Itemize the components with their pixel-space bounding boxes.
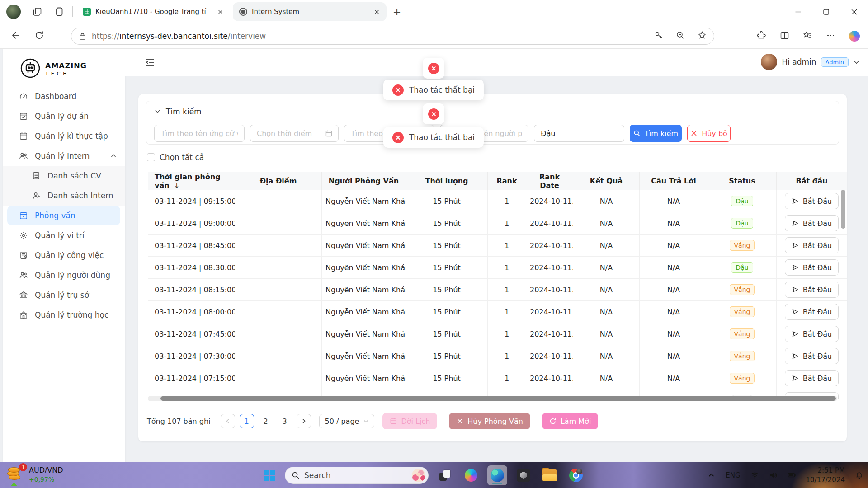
tab-close-icon[interactable] xyxy=(216,7,225,16)
column-header-time[interactable]: Thời gian phỏng vấn ↓ xyxy=(148,172,235,190)
start-button[interactable] xyxy=(260,466,278,484)
table-row[interactable]: 03-11-2024 | 08:30:00Nguyễn Viết Nam Khá… xyxy=(148,257,847,279)
wifi-icon[interactable] xyxy=(750,471,759,479)
workspaces-icon[interactable] xyxy=(33,7,42,17)
window-maximize-button[interactable] xyxy=(812,0,840,23)
cell-status: Vắng xyxy=(708,301,777,323)
sidebar-item-positions[interactable]: Quản lý vị trí xyxy=(3,225,125,245)
search-panel-header[interactable]: Tìm kiếm xyxy=(146,101,839,122)
menu-fold-icon[interactable] xyxy=(145,57,156,70)
folder-icon xyxy=(542,469,557,481)
collections-icon[interactable] xyxy=(803,31,812,42)
start-interview-button[interactable]: Bắt Đầu xyxy=(785,348,839,364)
start-interview-button[interactable]: Bắt Đầu xyxy=(785,259,839,276)
language-indicator[interactable]: ENG xyxy=(726,471,740,479)
sidebar-item-users[interactable]: Quản lý người dùng xyxy=(3,265,125,285)
sidebar-item-schools[interactable]: Quản lý trường học xyxy=(3,305,125,325)
sidebar-item-offices[interactable]: Quản lý trụ sở xyxy=(3,285,125,305)
copilot-icon[interactable] xyxy=(849,31,860,42)
sidebar-item-internship-terms[interactable]: Quản lý kì thực tập xyxy=(3,126,125,146)
start-interview-button[interactable]: Bắt Đầu xyxy=(785,304,839,320)
table-row[interactable]: 03-11-2024 | 07:30:00Nguyễn Viết Nam Khá… xyxy=(148,345,847,367)
filter-result-input[interactable] xyxy=(540,129,618,138)
sidebar-item-jobs[interactable]: Quản lý công việc xyxy=(3,245,125,265)
more-options-icon[interactable] xyxy=(826,31,835,42)
start-interview-button[interactable]: Bắt Đầu xyxy=(785,370,839,386)
filter-time-picker[interactable] xyxy=(250,125,339,142)
browser-tab-intern[interactable]: Intern System xyxy=(233,2,387,21)
refresh-button[interactable] xyxy=(34,30,44,42)
page-3-button[interactable]: 3 xyxy=(278,414,292,428)
clock[interactable]: 2:51 PM 10/17/2024 xyxy=(806,466,845,484)
edge-button[interactable] xyxy=(487,465,507,485)
search-submit-button[interactable]: Tìm kiếm xyxy=(630,125,682,142)
start-interview-button[interactable]: Bắt Đầu xyxy=(785,282,839,298)
table-row[interactable]: 03-11-2024 | 08:45:00Nguyễn Viết Nam Khá… xyxy=(148,235,847,257)
browser-tab-sheets[interactable]: KieuOanh17/10 - Google Trang tí xyxy=(76,3,230,21)
cell-location xyxy=(235,212,322,235)
filter-candidate-name-input[interactable] xyxy=(160,129,239,138)
zoom-out-icon[interactable] xyxy=(676,31,685,42)
user-menu[interactable]: Hi admin Admin xyxy=(761,54,860,70)
window-minimize-button[interactable] xyxy=(784,0,812,23)
file-explorer-button[interactable] xyxy=(540,465,560,485)
page-1-button[interactable]: 1 xyxy=(240,414,254,428)
address-bar[interactable]: https://internsys-dev.bancantoi.site/int… xyxy=(71,28,714,45)
filter-time-picker-input[interactable] xyxy=(256,129,322,138)
taskbar-search[interactable]: Search xyxy=(285,467,429,484)
chrome-button[interactable] xyxy=(566,465,586,485)
table-row[interactable]: 03-11-2024 | 09:15:00Nguyễn Viết Nam Khá… xyxy=(148,190,847,212)
error-icon xyxy=(392,132,404,143)
sidebar-item-cv-list[interactable]: Danh sách CV xyxy=(3,166,125,186)
table-row[interactable]: 03-11-2024 | 09:00:00Nguyễn Viết Nam Khá… xyxy=(148,212,847,235)
password-icon[interactable] xyxy=(654,31,663,42)
copilot-button[interactable] xyxy=(461,465,481,485)
page-size-select[interactable]: 50 / page xyxy=(319,414,375,428)
back-button[interactable] xyxy=(10,30,20,42)
notification-bell-icon[interactable] xyxy=(855,471,863,479)
refresh-button[interactable]: Làm Mới xyxy=(542,413,598,429)
cancel-interview-button[interactable]: Hủy Phỏng Vấn xyxy=(449,413,530,429)
tray-chevron-up-icon[interactable] xyxy=(707,471,716,479)
battery-icon[interactable] xyxy=(788,471,796,479)
split-screen-icon[interactable] xyxy=(780,31,789,42)
sidebar-item-dashboard[interactable]: Dashboard xyxy=(3,86,125,106)
cell-rank: 1 xyxy=(488,212,526,235)
horizontal-scrollbar[interactable] xyxy=(148,396,837,401)
site-permissions-icon[interactable] xyxy=(79,33,86,40)
widgets-button[interactable]: 1 AUD/VND +0,97% xyxy=(7,465,63,485)
filter-candidate-name[interactable] xyxy=(154,125,245,142)
next-page-button[interactable] xyxy=(297,414,311,428)
sidebar-item-intern[interactable]: Quản lý Intern xyxy=(3,146,125,166)
browser-profile-avatar[interactable] xyxy=(6,5,21,19)
start-interview-button[interactable]: Bắt Đầu xyxy=(785,193,839,209)
select-all-checkbox[interactable] xyxy=(147,153,155,161)
table-row[interactable]: 03-11-2024 | 07:45:00Nguyễn Viết Nam Khá… xyxy=(148,323,847,345)
start-interview-button[interactable]: Bắt Đầu xyxy=(785,215,839,231)
new-tab-button[interactable]: + xyxy=(389,4,405,19)
extensions-icon[interactable] xyxy=(757,31,766,42)
filter-result[interactable] xyxy=(534,125,624,142)
vertical-scrollbar[interactable] xyxy=(841,190,845,229)
tab-close-icon[interactable] xyxy=(372,7,381,16)
tab-actions-icon[interactable] xyxy=(54,7,64,17)
dark-app-button[interactable] xyxy=(514,465,533,485)
sidebar-item-projects[interactable]: Quản lý dự án xyxy=(3,106,125,126)
column-header-location: Địa Điểm xyxy=(235,172,322,190)
start-interview-button[interactable]: Bắt Đầu xyxy=(785,237,839,253)
page-2-button[interactable]: 2 xyxy=(259,414,273,428)
send-icon xyxy=(792,375,799,382)
sidebar-item-interview[interactable]: Phỏng vấn xyxy=(7,206,120,225)
table-row[interactable]: 03-11-2024 | 08:15:00Nguyễn Viết Nam Khá… xyxy=(148,279,847,301)
reschedule-button[interactable]: Dời Lịch xyxy=(382,413,437,429)
favorite-star-icon[interactable] xyxy=(698,31,707,42)
window-close-button[interactable] xyxy=(840,0,868,23)
start-interview-button[interactable]: Bắt Đầu xyxy=(785,326,839,342)
table-row[interactable]: 03-11-2024 | 07:15:00Nguyễn Viết Nam Khá… xyxy=(148,367,847,389)
search-cancel-button[interactable]: Hủy bỏ xyxy=(687,125,731,142)
volume-icon[interactable] xyxy=(769,471,778,479)
task-view-button[interactable] xyxy=(435,465,455,485)
table-row[interactable]: 03-11-2024 | 08:00:00Nguyễn Viết Nam Khá… xyxy=(148,301,847,323)
prev-page-button[interactable] xyxy=(221,414,235,428)
sidebar-item-intern-list[interactable]: Danh sách Intern xyxy=(3,186,125,206)
